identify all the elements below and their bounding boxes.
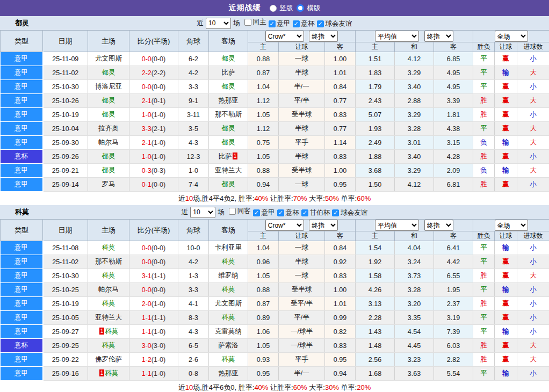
summary-segment: 40%	[254, 383, 268, 391]
halftime-score: (1-0)	[151, 356, 165, 364]
avg-home-odds: 1.50	[356, 178, 395, 192]
unchecked-checkbox[interactable]	[244, 19, 251, 26]
result-text: 平	[480, 286, 487, 293]
summary-segment: 60%	[293, 383, 307, 391]
checked-checkbox[interactable]: ✓	[253, 209, 260, 216]
goals-result-cell: 小	[517, 178, 549, 192]
col-avg-draw: 和	[395, 231, 434, 241]
match-date: 25-10-19	[43, 297, 88, 311]
handicap-result-cell: 赢	[495, 178, 517, 192]
match-date: 25-10-30	[43, 269, 88, 283]
handicap-result-cell: 输	[495, 283, 517, 297]
col-type: 类型	[1, 31, 43, 52]
unchecked-checkbox[interactable]	[229, 208, 236, 215]
halftime-score: (1-0)	[151, 139, 165, 147]
result-text: 胜	[480, 342, 487, 349]
col-avg-home: 主	[356, 42, 395, 52]
league-type-cell: 意甲	[1, 255, 43, 269]
away-team-cell: 那不勒斯	[209, 108, 248, 122]
avg-away-odds: 6.03	[434, 339, 473, 353]
handicap-line: 平/半	[279, 94, 325, 108]
result-text: 赢	[502, 342, 509, 349]
halftime-score: (1-0)	[151, 111, 165, 119]
horizontal-layout-radio[interactable]	[297, 4, 304, 12]
checked-checkbox[interactable]: ✓	[277, 209, 284, 216]
result-text: 小	[530, 180, 537, 188]
avg-home-odds: 1.79	[356, 80, 395, 94]
handicap-line: 半球	[279, 255, 325, 269]
scope-select[interactable]: 全场	[495, 31, 528, 42]
away-team-cell: 科莫	[209, 255, 248, 269]
score-cell: 0-0(0-0)	[129, 283, 178, 297]
handicap-line: 一/球半	[279, 339, 325, 353]
horizontal-layout-label: 横版	[307, 4, 321, 13]
checked-checkbox[interactable]: ✓	[332, 209, 339, 216]
avg-away-odds: 4.28	[434, 150, 473, 164]
home-team-cell: 1科莫	[88, 325, 129, 339]
match-row: 意甲25-09-22佛罗伦萨1-2(1-0)2-6科莫0.93平手0.952.5…	[1, 353, 549, 367]
avg-draw-odds: 3.35	[395, 311, 434, 325]
team-link: 科莫	[105, 369, 118, 377]
average-select[interactable]: 平均值	[375, 220, 419, 231]
away-team-cell: 亚特兰大	[209, 164, 248, 178]
col-handicap-line: 让球	[279, 231, 325, 241]
halftime-score: (0-0)	[151, 258, 165, 266]
handicap-line: 一/球半	[279, 325, 325, 339]
final-index-select-2[interactable]: 终指	[424, 31, 453, 42]
outcome-cell: 胜	[473, 150, 495, 164]
corner-cell: 7-4	[178, 178, 209, 192]
team-link: 亚特兰大	[215, 166, 242, 174]
odds-provider-select[interactable]: Crow*	[265, 31, 304, 42]
handicap-away-odds: 0.94	[325, 367, 356, 381]
home-team-cell: 亚特兰大	[88, 311, 129, 325]
score-cell: 3-3(2-1)	[129, 122, 178, 136]
checked-checkbox[interactable]: ✓	[301, 209, 308, 216]
team-link: 罗马	[102, 180, 115, 188]
average-select[interactable]: 平均值	[375, 31, 419, 42]
goals-result-cell: 大	[517, 122, 549, 136]
league-filter-group: 同主✓意甲✓意杯✓球会友谊	[242, 18, 352, 28]
outcome-cell: 平	[473, 311, 495, 325]
result-text: 胜	[480, 97, 487, 104]
corner-cell: 10-0	[178, 241, 209, 255]
vertical-layout-radio[interactable]	[270, 5, 277, 12]
score-cell: 1-2(1-0)	[129, 353, 178, 367]
checked-checkbox[interactable]: ✓	[269, 20, 276, 27]
final-index-select-2[interactable]: 终指	[424, 220, 453, 231]
match-count-select[interactable]: 10	[206, 18, 231, 29]
handicap-away-odds: 1.01	[325, 297, 356, 311]
league-type-cell: 意甲	[1, 122, 43, 136]
match-date: 25-09-27	[43, 325, 88, 339]
away-team-cell: 热那亚	[209, 94, 248, 108]
fulltime-score: 1-1	[142, 370, 151, 378]
result-text: 赢	[502, 83, 509, 90]
final-index-select[interactable]: 终指	[309, 220, 338, 231]
scope-select[interactable]: 全场	[495, 220, 528, 231]
score-cell: 1-0(1-0)	[129, 108, 178, 122]
match-date: 25-10-26	[43, 94, 88, 108]
team-link: 都灵	[102, 69, 115, 76]
corner-cell: 4-2	[178, 66, 209, 80]
team-name: 科莫	[15, 207, 29, 217]
fulltime-score: 2-2	[142, 69, 151, 77]
avg-draw-odds: 3.28	[395, 283, 434, 297]
final-index-select[interactable]: 终指	[309, 31, 338, 42]
filter-label: 球会友谊	[326, 19, 352, 28]
avg-away-odds: 2.09	[434, 164, 473, 178]
result-text: 大	[530, 125, 537, 132]
result-text: 小	[530, 258, 537, 265]
corner-cell: 12-3	[178, 150, 209, 164]
match-count-select[interactable]: 10	[190, 207, 215, 218]
checked-checkbox[interactable]: ✓	[317, 20, 324, 27]
odds-provider-select[interactable]: Crow*	[265, 220, 304, 231]
match-row: 意甲25-11-02都灵2-2(2-2)4-2比萨0.87半球1.011.833…	[1, 66, 549, 80]
team-link: 科莫	[222, 355, 235, 363]
avg-draw-odds: 3.23	[395, 353, 434, 367]
goals-result-cell: 小	[517, 52, 549, 66]
handicap-home-odds: 1.05	[248, 108, 279, 122]
avg-draw-odds: 4.45	[395, 339, 434, 353]
checked-checkbox[interactable]: ✓	[293, 20, 300, 27]
summary-segment: 10	[185, 383, 193, 391]
score-cell: 0-3(0-3)	[129, 164, 178, 178]
away-team-cell: 卡利亚里	[209, 241, 248, 255]
